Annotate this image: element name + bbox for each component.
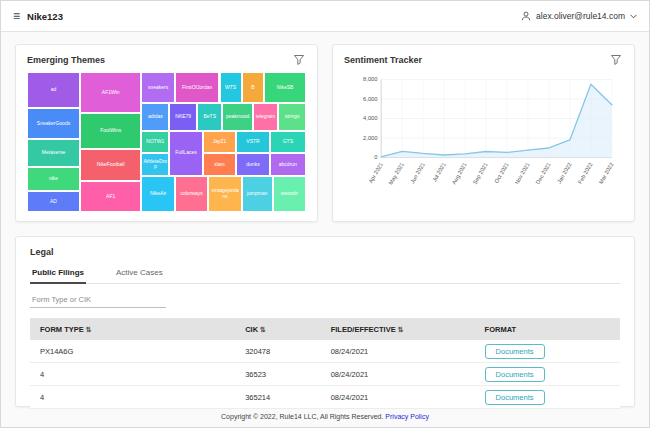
treemap-cell[interactable]: WTS <box>220 72 242 103</box>
treemap-cell-label: JayZ1 <box>212 138 228 146</box>
themes-filter-button[interactable] <box>292 53 306 67</box>
cell-form-type: 4 <box>40 393 245 402</box>
treemap-cell[interactable]: telegram <box>253 103 278 131</box>
treemap-cell[interactable]: NikeAir <box>141 176 174 212</box>
treemap-cell[interactable]: colorways <box>175 176 208 212</box>
sentiment-chart: Apr 2021May 2021Jun 2021Jul 2021Aug 2021… <box>344 72 623 204</box>
treemap-cell-label: abcdrun <box>278 161 298 169</box>
treemap-cell-label: dunks <box>245 161 260 169</box>
column-header[interactable]: FILED/EFFECTIVE⇅ <box>331 325 485 334</box>
privacy-policy-link[interactable]: Privacy Policy <box>385 413 429 420</box>
user-icon <box>521 11 531 21</box>
x-axis-label: Feb 2022 <box>577 162 594 185</box>
cell-format: Documents <box>485 367 610 382</box>
x-axis-label: Jun 2021 <box>409 162 426 185</box>
copyright-text: Copyright © 2022, Rule14 LLC, All Rights… <box>221 413 383 420</box>
treemap-cell[interactable]: FootWins <box>80 113 141 149</box>
treemap-cell[interactable]: JayZ1 <box>203 131 236 153</box>
column-header[interactable]: FORM TYPE⇅ <box>40 325 245 334</box>
treemap-cell[interactable]: vintagejordans <box>208 176 241 212</box>
x-axis-label: Apr 2021 <box>367 162 383 185</box>
x-axis-label: Aug 2021 <box>451 162 468 186</box>
treemap-cell-label: FullLaces <box>174 149 197 157</box>
treemap-cell[interactable]: NOTW1 <box>141 131 169 153</box>
treemap-cell-label: B <box>250 84 255 92</box>
legal-title: Legal <box>30 247 620 257</box>
x-axis-label: Oct 2021 <box>493 162 509 185</box>
treemap-cell-label: adidas <box>147 113 164 121</box>
treemap-cell[interactable]: SneakerGoods <box>27 108 80 139</box>
treemap-cell[interactable]: swoosh <box>273 176 306 212</box>
tab-public-filings[interactable]: Public Filings <box>30 264 86 284</box>
sort-icon[interactable]: ⇅ <box>260 326 266 333</box>
treemap-cell-label: AF1Win <box>101 89 121 97</box>
documents-button[interactable]: Documents <box>485 344 545 359</box>
sentiment-title: Sentiment Tracker <box>344 55 422 65</box>
page-footer: Copyright © 2022, Rule14 LLC, All Rights… <box>1 407 649 427</box>
tab-active-cases[interactable]: Active Cases <box>114 264 165 283</box>
documents-button[interactable]: Documents <box>485 390 545 405</box>
treemap-cell[interactable]: adidas <box>141 103 169 131</box>
form-type-cik-input[interactable] <box>30 292 166 308</box>
treemap-cell[interactable]: Metaverse <box>27 139 80 167</box>
treemap-cell[interactable]: sneakers <box>141 72 174 103</box>
chevron-down-icon <box>630 14 637 19</box>
sentiment-filter-button[interactable] <box>609 53 623 67</box>
treemap-cell[interactable]: GTS <box>270 131 306 153</box>
treemap-cell-label: AF1 <box>105 193 116 201</box>
user-menu[interactable]: alex.oliver@rule14.com <box>521 11 637 21</box>
emerging-themes-title: Emerging Themes <box>27 55 105 65</box>
cell-cik: 36523 <box>245 370 331 379</box>
treemap-cell[interactable]: nike <box>27 167 80 191</box>
treemap-cell[interactable]: strings <box>278 103 306 131</box>
cell-cik: 320478 <box>245 347 331 356</box>
y-axis-label: 2,000 <box>363 135 377 141</box>
treemap-cell[interactable]: FirstOfJordan <box>175 72 220 103</box>
treemap-cell[interactable]: abcdrun <box>270 153 306 175</box>
cell-cik: 365214 <box>245 393 331 402</box>
treemap-cell[interactable]: NikeFootball <box>80 149 141 181</box>
treemap-cell-label: Metaverse <box>41 149 66 157</box>
treemap-cell-label: NikeFootball <box>96 161 126 169</box>
table-row: 436521408/24/2021Documents <box>30 386 620 409</box>
filings-table: FORM TYPE⇅CIK⇅FILED/EFFECTIVE⇅FORMAT PX1… <box>30 318 620 409</box>
treemap-cell[interactable]: peakmood <box>222 103 253 131</box>
treemap-cell-label: swoosh <box>280 190 299 198</box>
treemap-cell[interactable]: NKE79 <box>169 103 197 131</box>
treemap-cell-label: WTS <box>224 84 237 92</box>
treemap-cell[interactable]: AF1Win <box>80 72 141 113</box>
treemap-cell[interactable]: B <box>242 72 264 103</box>
treemap-cell[interactable]: jumpman <box>242 176 273 212</box>
treemap-cell[interactable]: slam <box>203 153 236 175</box>
menu-icon[interactable]: ≡ <box>13 10 20 22</box>
treemap-cell[interactable]: FullLaces <box>169 131 202 176</box>
y-axis-label: 6,000 <box>363 96 377 102</box>
top-cards-row: Emerging Themes adSneakerGoodsMetaversen… <box>15 44 635 222</box>
treemap-cell-label: ad <box>50 86 58 94</box>
sort-icon[interactable]: ⇅ <box>398 326 404 333</box>
sort-icon[interactable]: ⇅ <box>86 326 92 333</box>
treemap-cell-label: sneakers <box>147 84 169 92</box>
treemap-cell[interactable]: VSTR <box>236 131 269 153</box>
treemap-cell-label: NikeSB <box>276 84 295 92</box>
cell-format: Documents <box>485 390 610 405</box>
treemap-cell[interactable]: NikeSB <box>264 72 306 103</box>
legal-tabs: Public Filings Active Cases <box>30 264 620 284</box>
documents-button[interactable]: Documents <box>485 367 545 382</box>
y-axis-label: 4,000 <box>363 115 377 121</box>
treemap-cell[interactable]: AF1 <box>80 181 141 212</box>
treemap-cell-label: vintagejordans <box>209 187 240 200</box>
filings-table-body: PX14A6G32047808/24/2021Documents43652308… <box>30 340 620 409</box>
treemap-cell[interactable]: dunks <box>236 153 269 175</box>
treemap-cell[interactable]: BeTS <box>197 103 222 131</box>
x-axis-label: May 2021 <box>387 162 404 186</box>
column-header: FORMAT <box>485 325 610 334</box>
sentiment-header: Sentiment Tracker <box>344 53 623 67</box>
column-header[interactable]: CIK⇅ <box>245 325 331 334</box>
treemap-cell[interactable]: ad <box>27 72 80 108</box>
emerging-themes-header: Emerging Themes <box>27 53 306 67</box>
treemap-cell[interactable]: AthleteDrop <box>141 153 169 175</box>
x-axis-label: Jul 2021 <box>431 162 447 183</box>
treemap-cell[interactable]: AD <box>27 191 80 212</box>
cell-filed-effective: 08/24/2021 <box>331 347 485 356</box>
